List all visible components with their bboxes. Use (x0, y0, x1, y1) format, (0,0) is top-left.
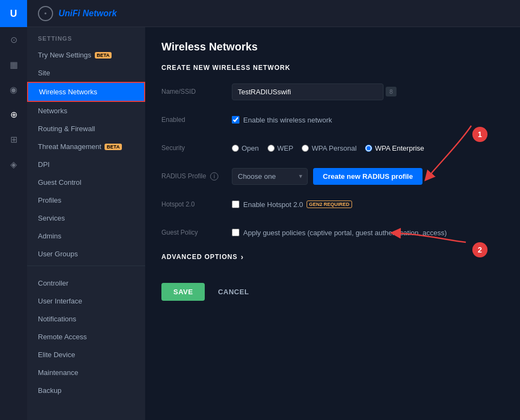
hotspot-checkbox[interactable] (232, 201, 239, 208)
spacer (161, 272, 504, 283)
sidebar-item-services[interactable]: Services (27, 209, 145, 227)
enabled-checkbox-label[interactable]: Enable this wireless network (232, 116, 332, 124)
enabled-checkbox[interactable] (232, 116, 239, 124)
header-logo-circle: ● (38, 6, 53, 21)
annotation-1: 1 (472, 127, 487, 142)
sidebar-label-backup: Backup (38, 386, 61, 395)
app-logo[interactable]: U (0, 0, 27, 27)
sidebar-label-threat-management: Threat Management (38, 143, 101, 151)
form-row-radius: RADIUS Profile i Choose one Create new R… (161, 167, 504, 185)
header-title: UniFi Network (58, 9, 117, 18)
threat-management-beta-badge: BETA (105, 144, 122, 150)
label-hotspot: Hotspot 2.0 (161, 201, 232, 208)
sidebar-item-threat-management[interactable]: Threat Management BETA (27, 138, 145, 156)
label-name-ssid: Name/SSID (161, 88, 232, 95)
gen2-required-badge: GEN2 REQUIRED (307, 201, 353, 208)
sidebar-label-notifications: Notifications (38, 315, 76, 323)
sidebar-item-routing-firewall[interactable]: Routing & Firewall (27, 120, 145, 138)
sidebar-label-routing-firewall: Routing & Firewall (38, 125, 95, 133)
header: ● UniFi Network (27, 0, 520, 27)
sidebar-divider (27, 266, 145, 266)
radio-wpa-personal[interactable]: WPA Personal (302, 144, 356, 152)
header-brand-uni: UniFi (58, 9, 80, 18)
radio-wpa-personal-label: WPA Personal (311, 144, 356, 152)
sidebar-label-elite-device: Elite Device (38, 351, 75, 359)
radius-select-wrapper: Choose one (232, 168, 308, 185)
hotspot-checkbox-label[interactable]: Enable Hotspot 2.0 (232, 201, 303, 209)
form-row-security: Security Open WEP (161, 139, 504, 157)
radio-group-security: Open WEP WPA Personal (232, 144, 424, 152)
sidebar-item-dpi[interactable]: DPI (27, 156, 145, 173)
sidebar-label-controller: Controller (38, 279, 68, 287)
label-radius-profile: RADIUS Profile i (161, 172, 232, 180)
sidebar-item-notifications[interactable]: Notifications (27, 310, 145, 328)
sidebar-item-site[interactable]: Site (27, 64, 145, 82)
annotation-2: 2 (472, 242, 487, 257)
sidebar-label-profiles: Profiles (38, 196, 61, 204)
main-panel: Wireless Networks CREATE NEW WIRELESS NE… (145, 27, 520, 420)
control-hotspot: Enable Hotspot 2.0 GEN2 REQUIRED (232, 201, 504, 209)
radius-info-icon[interactable]: i (210, 172, 218, 180)
sidebar-item-wireless-networks[interactable]: Wireless Networks (27, 82, 145, 102)
radius-profile-row: Choose one Create new RADIUS profile (232, 168, 422, 185)
nav-dashboard[interactable]: ▦ (0, 52, 27, 77)
nav-settings[interactable]: ⊕ (0, 102, 27, 127)
sidebar-item-elite-device[interactable]: Elite Device (27, 346, 145, 364)
sidebar-section-title: SETTINGS (27, 35, 145, 46)
sidebar-item-backup[interactable]: Backup (27, 382, 145, 399)
guest-policy-checkbox-text: Apply guest policies (captive portal, gu… (243, 229, 447, 237)
name-ssid-input[interactable] (232, 83, 384, 100)
nav-user[interactable]: ◉ (0, 77, 27, 102)
control-name-ssid: 8 (232, 83, 504, 100)
label-guest-policy: Guest Policy (161, 229, 232, 236)
sidebar-item-admins[interactable]: Admins (27, 227, 145, 245)
label-security: Security (161, 144, 232, 152)
nav-home[interactable]: ⊙ (0, 27, 27, 52)
form-row-hotspot: Hotspot 2.0 Enable Hotspot 2.0 GEN2 REQU… (161, 195, 504, 214)
radio-open-label: Open (242, 144, 259, 152)
label-enabled: Enabled (161, 116, 232, 124)
form-row-enabled: Enabled Enable this wireless network (161, 111, 504, 129)
radio-wpa-enterprise[interactable]: WPA Enterprise (365, 144, 424, 152)
form-row-name-ssid: Name/SSID 8 (161, 82, 504, 101)
sidebar-label-user-interface: User Interface (38, 297, 82, 305)
sidebar-item-user-interface[interactable]: User Interface (27, 292, 145, 310)
sidebar-item-maintenance[interactable]: Maintenance (27, 364, 145, 382)
guest-policy-checkbox-label[interactable]: Apply guest policies (captive portal, gu… (232, 229, 447, 237)
radius-profile-text: RADIUS Profile (161, 172, 206, 180)
advanced-options-toggle[interactable]: ADVANCED OPTIONS › (161, 253, 504, 261)
sidebar-item-controller[interactable]: Controller (27, 274, 145, 292)
radio-open[interactable]: Open (232, 144, 259, 152)
sidebar-label-maintenance: Maintenance (38, 369, 78, 377)
sidebar-item-user-groups[interactable]: User Groups (27, 245, 145, 263)
advanced-options-label: ADVANCED OPTIONS (161, 253, 237, 261)
radio-wep[interactable]: WEP (268, 144, 294, 152)
sidebar-label-guest-control: Guest Control (38, 178, 81, 186)
nav-stats[interactable]: ⊞ (0, 127, 27, 152)
sidebar-label-remote-access: Remote Access (38, 333, 87, 341)
sidebar-item-guest-control[interactable]: Guest Control (27, 173, 145, 191)
cancel-button[interactable]: CANCEL (211, 283, 255, 301)
radio-wpa-enterprise-label: WPA Enterprise (375, 144, 424, 152)
sidebar-label-wireless-networks: Wireless Networks (39, 88, 98, 96)
try-new-settings-beta-badge: BETA (95, 52, 112, 59)
icon-bar: U ⊙ ▦ ◉ ⊕ ⊞ ◈ (0, 0, 27, 420)
sidebar-item-profiles[interactable]: Profiles (27, 191, 145, 209)
sidebar-item-remote-access[interactable]: Remote Access (27, 328, 145, 346)
enabled-checkbox-text: Enable this wireless network (243, 116, 332, 124)
sidebar-item-networks[interactable]: Networks (27, 102, 145, 120)
save-button[interactable]: SAVE (161, 283, 205, 301)
sidebar-label-admins: Admins (38, 232, 61, 240)
logo-text: U (10, 8, 17, 20)
sidebar-label-try-new-settings: Try New Settings (38, 51, 92, 59)
char-count: 8 (386, 87, 396, 96)
hotspot-checkbox-text: Enable Hotspot 2.0 (243, 201, 303, 209)
control-radius: Choose one Create new RADIUS profile (232, 168, 504, 185)
radius-profile-dropdown[interactable]: Choose one (232, 168, 308, 185)
guest-policy-checkbox[interactable] (232, 229, 239, 236)
sidebar-item-try-new-settings[interactable]: Try New Settings BETA (27, 46, 145, 64)
create-radius-profile-button[interactable]: Create new RADIUS profile (313, 168, 422, 185)
page-title: Wireless Networks (161, 41, 504, 53)
sidebar-label-user-groups: User Groups (38, 250, 78, 258)
nav-shield[interactable]: ◈ (0, 152, 27, 177)
